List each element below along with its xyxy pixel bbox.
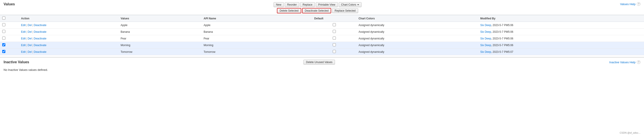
- col-header-chart-colors: Chart Colors: [356, 15, 478, 22]
- col-header-modified-by: Modified By: [478, 15, 644, 22]
- edit-link[interactable]: Edit: [21, 50, 26, 53]
- values-help-link[interactable]: Values Help: [620, 2, 636, 6]
- chart-colors-caret-icon: [357, 4, 359, 5]
- row-modified-by-cell: Six Deep, 2023-5-7 PM5:06: [478, 42, 644, 49]
- separator: |: [26, 50, 27, 53]
- modified-by-link[interactable]: Six Deep: [480, 30, 491, 33]
- inactive-help-link[interactable]: Inactive Values Help: [609, 61, 636, 64]
- modified-date: , 2023-5-7 PM5:06: [491, 37, 513, 40]
- edit-link[interactable]: Edit: [21, 44, 26, 47]
- modified-by-link[interactable]: Six Deep: [480, 24, 491, 27]
- row-modified-by-cell: Six Deep, 2023-5-7 PM5:06: [478, 22, 644, 28]
- deactivate-link[interactable]: Deactivate: [34, 37, 46, 40]
- row-default-cell: [312, 35, 356, 42]
- deactivate-link[interactable]: Deactivate: [34, 24, 46, 27]
- inactive-section-header: Inactive Values Delete Unused Values Ina…: [4, 60, 640, 65]
- values-section-header: Values New Reorder Replace Printable Vie…: [0, 0, 644, 15]
- default-checkbox[interactable]: [333, 36, 336, 40]
- separator: |: [26, 30, 27, 33]
- edit-link[interactable]: Edit: [21, 24, 26, 27]
- col-header-checkbox: [0, 15, 19, 22]
- row-action-cell: Edit | Del | Deactivate: [19, 42, 118, 49]
- row-checkbox[interactable]: [2, 50, 5, 53]
- select-all-checkbox[interactable]: [2, 16, 5, 20]
- del-link[interactable]: Del: [28, 44, 32, 47]
- row-api-cell: Banana: [201, 28, 312, 35]
- row-chart-colors-cell: Assigned dynamically: [356, 42, 478, 49]
- modified-by-link[interactable]: Six Deep: [480, 50, 491, 53]
- values-help-icon[interactable]: ?: [637, 2, 640, 6]
- table-header-row: Action Values API Name Default Chart Col…: [0, 15, 644, 22]
- row-checkbox[interactable]: [2, 43, 5, 46]
- printable-view-button[interactable]: Printable View: [316, 2, 338, 7]
- footer-text: CSDN @sf_wilsc...: [620, 132, 640, 134]
- inactive-help-area: Inactive Values Help ?: [609, 60, 640, 64]
- reorder-button[interactable]: Reorder: [285, 2, 299, 7]
- deactivate-selected-button[interactable]: Deactivate Selected: [302, 8, 331, 13]
- del-link[interactable]: Del: [28, 37, 32, 40]
- col-header-default: Default: [312, 15, 356, 22]
- default-checkbox[interactable]: [333, 43, 336, 46]
- values-table: Action Values API Name Default Chart Col…: [0, 15, 644, 55]
- row-api-cell: Morning: [201, 42, 312, 49]
- col-header-action: Action: [19, 15, 118, 22]
- row-default-cell: [312, 28, 356, 35]
- del-link[interactable]: Del: [28, 30, 32, 33]
- row-api-cell: Tomorrow: [201, 49, 312, 55]
- page-footer: CSDN @sf_wilsc...: [616, 131, 644, 135]
- replace-button[interactable]: Replace: [300, 2, 315, 7]
- chart-colors-button[interactable]: Chart Colors: [339, 2, 362, 7]
- del-link[interactable]: Del: [28, 50, 32, 53]
- row-value-cell: Banana: [118, 28, 202, 35]
- inactive-help-icon[interactable]: ?: [637, 60, 640, 64]
- row-modified-by-cell: Six Deep, 2023-5-7 PM5:07: [478, 49, 644, 55]
- values-toolbar-row: New Reorder Replace Printable View Chart…: [274, 2, 362, 7]
- default-checkbox[interactable]: [333, 50, 336, 53]
- values-section: Values New Reorder Replace Printable Vie…: [0, 0, 644, 57]
- table-row: Edit | Del | Deactivate AppleAppleAssign…: [0, 22, 644, 28]
- row-checkbox[interactable]: [2, 30, 5, 33]
- inactive-toolbar-area: Delete Unused Values: [304, 60, 335, 65]
- values-toolbar-area: New Reorder Replace Printable View Chart…: [274, 2, 362, 13]
- del-link[interactable]: Del: [28, 24, 32, 27]
- edit-link[interactable]: Edit: [21, 30, 26, 33]
- row-action-cell: Edit | Del | Deactivate: [19, 28, 118, 35]
- separator: |: [32, 44, 33, 47]
- modified-by-link[interactable]: Six Deep: [480, 44, 491, 47]
- row-api-cell: Pear: [201, 35, 312, 42]
- replace-selected-button[interactable]: Replace Selected: [332, 8, 358, 13]
- inactive-title: Inactive Values: [4, 60, 29, 64]
- row-action-cell: Edit | Del | Deactivate: [19, 49, 118, 55]
- values-table-body: Edit | Del | Deactivate AppleAppleAssign…: [0, 22, 644, 55]
- row-value-cell: Apple: [118, 22, 202, 28]
- row-value-cell: Pear: [118, 35, 202, 42]
- row-checkbox[interactable]: [2, 23, 5, 26]
- inactive-section: Inactive Values Delete Unused Values Ina…: [0, 57, 644, 76]
- values-title-area: Values: [4, 2, 15, 6]
- table-row: Edit | Del | Deactivate TomorrowTomorrow…: [0, 49, 644, 55]
- row-checkbox[interactable]: [2, 36, 5, 40]
- row-default-cell: [312, 42, 356, 49]
- default-checkbox[interactable]: [333, 30, 336, 33]
- row-chart-colors-cell: Assigned dynamically: [356, 49, 478, 55]
- modified-date: , 2023-5-7 PM5:06: [491, 24, 513, 27]
- row-modified-by-cell: Six Deep, 2023-5-7 PM5:06: [478, 28, 644, 35]
- default-checkbox[interactable]: [333, 23, 336, 26]
- page-wrapper: Values New Reorder Replace Printable Vie…: [0, 0, 644, 135]
- separator: |: [32, 30, 33, 33]
- modified-by-link[interactable]: Six Deep: [480, 37, 491, 40]
- separator: |: [32, 24, 33, 27]
- row-value-cell: Tomorrow: [118, 49, 202, 55]
- deactivate-link[interactable]: Deactivate: [34, 44, 46, 47]
- deactivate-link[interactable]: Deactivate: [34, 30, 46, 33]
- delete-selected-button[interactable]: Delete Selected: [277, 8, 301, 13]
- row-default-cell: [312, 22, 356, 28]
- edit-link[interactable]: Edit: [21, 37, 26, 40]
- new-button[interactable]: New: [274, 2, 284, 7]
- row-chart-colors-cell: Assigned dynamically: [356, 28, 478, 35]
- col-header-values: Values: [118, 15, 202, 22]
- deactivate-link[interactable]: Deactivate: [34, 50, 46, 53]
- delete-unused-button[interactable]: Delete Unused Values: [304, 60, 335, 65]
- table-row: Edit | Del | Deactivate BananaBananaAssi…: [0, 28, 644, 35]
- modified-date: , 2023-5-7 PM5:07: [491, 50, 513, 53]
